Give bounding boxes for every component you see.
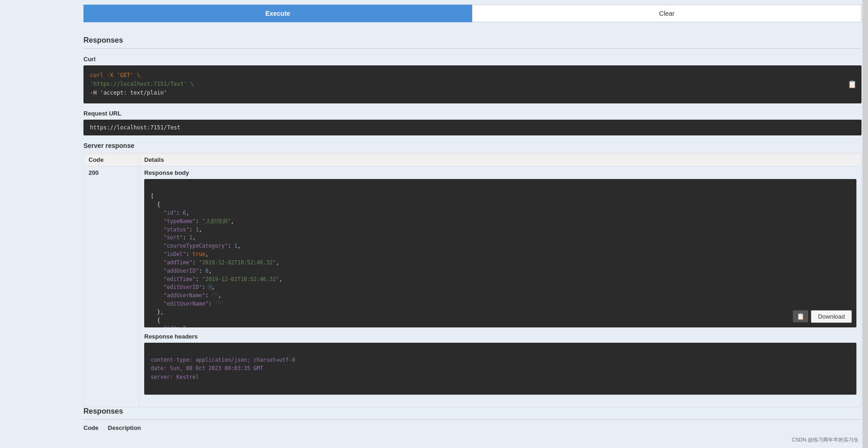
responses-section-title: Responses xyxy=(83,36,862,49)
page-container: Execute Clear Responses Curl curl -X 'GE… xyxy=(0,0,868,448)
bottom-code-label: Code xyxy=(83,424,99,431)
watermark: CSDN @练习两年半的实习生 xyxy=(792,436,859,443)
curl-header: -H 'accept: text/plain' xyxy=(90,90,167,96)
table-row: 200 Response body [ { "id": 6, "typeName… xyxy=(84,166,862,407)
curl-url: 'https://localhost:7151/Test' \ xyxy=(90,81,194,87)
copy-response-icon[interactable]: 📋 xyxy=(793,310,808,322)
curl-method: curl -X 'GET' \ xyxy=(90,72,140,78)
code-header: Code xyxy=(84,153,140,166)
copy-curl-icon[interactable]: 📋 xyxy=(848,78,857,90)
response-details-cell: Response body [ { "id": 6, "typeName": "… xyxy=(140,166,862,407)
response-table: Code Details 200 Response body [ { "id":… xyxy=(83,153,862,407)
bottom-description-label: Description xyxy=(108,424,141,431)
bottom-responses-title: Responses xyxy=(83,407,862,420)
scrollbar[interactable] xyxy=(862,0,868,448)
details-header: Details xyxy=(140,153,862,166)
execute-button[interactable]: Execute xyxy=(83,5,472,22)
response-headers-label: Response headers xyxy=(144,333,856,340)
request-url-value: https://localhost:7151/Test xyxy=(83,120,862,135)
download-button[interactable]: Download xyxy=(811,310,852,323)
main-content: Execute Clear Responses Curl curl -X 'GE… xyxy=(83,0,862,445)
curl-label: Curl xyxy=(83,56,862,63)
action-buttons: Execute Clear xyxy=(83,5,862,22)
content-type-header: content-type: application/json; charset=… xyxy=(151,357,295,363)
headers-code: content-type: application/json; charset=… xyxy=(144,343,856,395)
curl-block: curl -X 'GET' \ 'https://localhost:7151/… xyxy=(83,65,862,103)
clear-button[interactable]: Clear xyxy=(472,5,862,22)
date-header: date: Sun, 08 Oct 2023 08:03:35 GMT xyxy=(151,365,263,371)
response-body-code[interactable]: [ { "id": 6, "typeName": "入职培训", "status… xyxy=(144,179,856,327)
response-body-container: Response body [ { "id": 6, "typeName": "… xyxy=(144,169,856,327)
response-body-label: Response body xyxy=(144,169,856,176)
request-url-label: Request URL xyxy=(83,110,862,117)
response-code: 200 xyxy=(89,169,99,176)
bottom-cols: Code Description xyxy=(83,424,862,431)
server-header: server: Kestrel xyxy=(151,374,199,380)
response-body-actions: 📋 Download xyxy=(793,310,852,323)
server-response-label: Server response xyxy=(83,142,862,149)
